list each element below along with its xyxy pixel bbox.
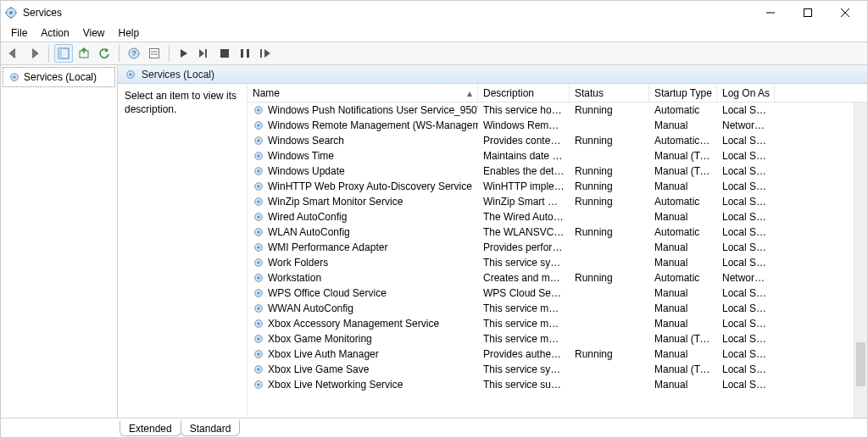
cell-description: Creates and main... <box>478 272 570 284</box>
cell-status: Running <box>570 104 649 116</box>
close-button[interactable] <box>826 1 864 25</box>
cell-status: Running <box>570 272 649 284</box>
cell-name: WWAN AutoConfig <box>248 302 478 314</box>
cell-description: This service moni... <box>478 333 570 345</box>
pause-service-button[interactable] <box>236 44 254 63</box>
gear-icon <box>253 302 264 314</box>
gear-icon <box>253 226 264 238</box>
service-row[interactable]: WorkstationCreates and main...RunningAut… <box>248 270 867 286</box>
svg-text:?: ? <box>131 49 136 58</box>
cell-description: WinZip Smart Mo... <box>478 196 570 208</box>
cell-log-on-as: Local Serv... <box>717 180 775 192</box>
cell-name: Windows Remote Management (WS-Managem... <box>248 119 478 131</box>
cell-log-on-as: Local Serv... <box>717 302 775 314</box>
cell-startup-type: Manual (Tri... <box>649 333 717 345</box>
service-row[interactable]: WLAN AutoConfigThe WLANSVC se...RunningA… <box>248 225 867 240</box>
service-row[interactable]: Xbox Live Game SaveThis service syncs...… <box>248 362 867 377</box>
help-button[interactable]: ? <box>125 44 143 63</box>
service-row[interactable]: Xbox Live Auth ManagerProvides authenti.… <box>248 347 867 362</box>
console-tree[interactable]: Services (Local) <box>1 65 118 418</box>
export-list-button[interactable] <box>75 44 93 63</box>
service-row[interactable]: Windows Push Notifications User Service_… <box>248 103 867 118</box>
service-row[interactable]: Windows SearchProvides content ...Runnin… <box>248 133 867 148</box>
service-row[interactable]: Xbox Game MonitoringThis service moni...… <box>248 331 867 347</box>
service-row[interactable]: Work FoldersThis service syncs...ManualL… <box>248 255 867 270</box>
cell-log-on-as: Local Syst... <box>717 363 775 375</box>
forward-button[interactable] <box>25 44 43 63</box>
cell-log-on-as: Local Syst... <box>717 226 775 238</box>
svg-point-60 <box>257 352 259 355</box>
col-status[interactable]: Status <box>570 84 649 102</box>
svg-point-62 <box>257 368 259 370</box>
cell-name: Xbox Live Networking Service <box>248 379 478 391</box>
cell-name: Workstation <box>248 272 478 284</box>
svg-point-36 <box>257 169 259 172</box>
tree-root-services-local[interactable]: Services (Local) <box>3 67 115 87</box>
gear-icon <box>8 71 20 83</box>
svg-point-34 <box>257 154 259 157</box>
service-row[interactable]: Windows Remote Management (WS-Managem...… <box>248 118 867 133</box>
col-name-label: Name <box>253 87 280 99</box>
show-hide-tree-button[interactable] <box>54 44 73 63</box>
col-description[interactable]: Description <box>478 84 570 102</box>
gear-icon <box>253 363 264 375</box>
gear-icon <box>253 318 264 330</box>
stop-service-button[interactable] <box>215 44 234 63</box>
service-row[interactable]: WWAN AutoConfigThis service mana...Manua… <box>248 301 867 316</box>
col-log-on-as[interactable]: Log On As <box>717 84 775 102</box>
service-row[interactable]: Windows UpdateEnables the detec...Runnin… <box>248 164 867 179</box>
cell-log-on-as: Local Syst... <box>717 211 775 223</box>
cell-description: Provides perform... <box>478 241 570 253</box>
service-row[interactable]: Xbox Accessory Management ServiceThis se… <box>248 316 867 331</box>
minimize-button[interactable] <box>752 1 789 25</box>
cell-log-on-as: Local Syst... <box>717 104 775 116</box>
cell-startup-type: Manual (Tri... <box>649 165 717 177</box>
maximize-button[interactable] <box>789 1 826 25</box>
svg-point-42 <box>257 215 259 218</box>
titlebar: Services <box>1 1 867 25</box>
service-row[interactable]: WMI Performance AdapterProvides perform.… <box>248 240 867 255</box>
svg-point-48 <box>257 261 259 263</box>
col-startup-type[interactable]: Startup Type <box>649 84 717 102</box>
vertical-scrollbar[interactable] <box>854 103 867 418</box>
cell-description: This service syncs... <box>478 257 570 269</box>
svg-point-24 <box>13 75 15 78</box>
gear-icon <box>253 272 264 284</box>
cell-log-on-as: Local Syst... <box>717 135 775 147</box>
menu-help[interactable]: Help <box>112 25 147 41</box>
service-row[interactable]: WinHTTP Web Proxy Auto-Discovery Service… <box>248 179 867 194</box>
cell-name: Work Folders <box>248 257 478 269</box>
tab-extended[interactable]: Extended <box>120 421 181 436</box>
cell-log-on-as: Local Syst... <box>717 333 775 345</box>
cell-status: Running <box>570 135 649 147</box>
cell-description: This service hosts... <box>478 104 570 116</box>
sort-asc-icon: ▴ <box>459 87 472 99</box>
resume-service-button[interactable] <box>256 44 275 63</box>
cell-name: Windows Update <box>248 165 478 177</box>
svg-rect-20 <box>241 49 243 58</box>
properties-button[interactable] <box>145 44 164 63</box>
back-button[interactable] <box>4 44 23 63</box>
service-row[interactable]: Wired AutoConfigThe Wired AutoC...Manual… <box>248 209 867 225</box>
service-row[interactable]: Xbox Live Networking ServiceThis service… <box>248 377 867 392</box>
col-name[interactable]: Name ▴ <box>248 84 478 102</box>
restart-service-button[interactable] <box>195 44 214 63</box>
menu-file[interactable]: File <box>4 25 34 41</box>
menu-action[interactable]: Action <box>34 25 75 41</box>
service-row[interactable]: WPS Office Cloud ServiceWPS Cloud Servic… <box>248 286 867 301</box>
refresh-button[interactable] <box>95 44 114 63</box>
cell-startup-type: Manual <box>649 302 717 314</box>
cell-log-on-as: Network ... <box>717 119 775 131</box>
scroll-thumb[interactable] <box>856 342 865 386</box>
cell-name: Windows Push Notifications User Service_… <box>248 104 478 116</box>
gear-icon <box>253 211 264 223</box>
tab-standard[interactable]: Standard <box>181 420 241 436</box>
service-row[interactable]: Windows TimeMaintains date a...Manual (T… <box>248 148 867 164</box>
menu-view[interactable]: View <box>76 25 112 41</box>
services-grid: Name ▴ Description Status Startup Type L… <box>247 84 867 418</box>
service-row[interactable]: WinZip Smart Monitor ServiceWinZip Smart… <box>248 194 867 209</box>
start-service-button[interactable] <box>175 44 193 63</box>
gear-icon <box>253 165 264 177</box>
cell-status: Running <box>570 196 649 208</box>
cell-log-on-as: Local Syst... <box>717 318 775 330</box>
